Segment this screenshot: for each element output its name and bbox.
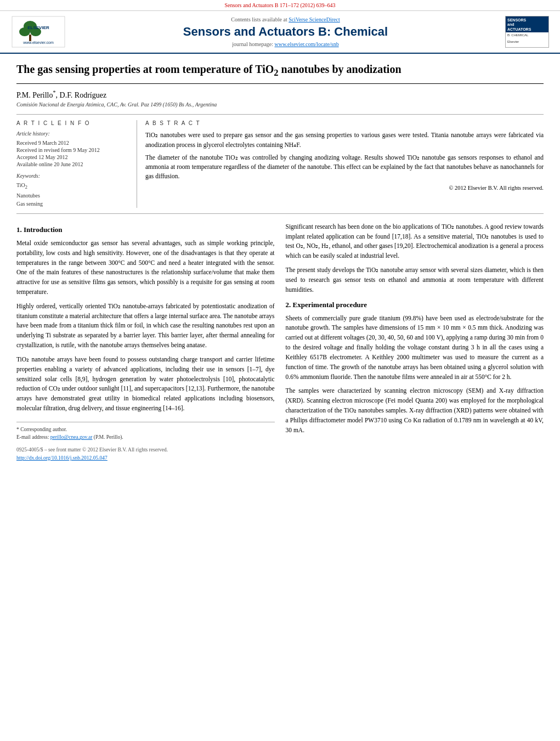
footer-notes: * Corresponding author. E-mail address: … <box>16 422 275 462</box>
abstract-para2: The diameter of the nanotube TiO₂ was co… <box>145 153 544 182</box>
body-exp-p1: Sheets of commercially pure grade titani… <box>286 314 544 382</box>
abstract-column: A B S T R A C T TiO₂ nanotubes were used… <box>145 120 544 207</box>
body-exp-p2: The samples were characterized by scanni… <box>286 386 544 435</box>
doi-link[interactable]: http://dx.doi.org/10.1016/j.snb.2012.05.… <box>16 455 108 461</box>
keywords-label: Keywords: <box>16 173 130 179</box>
article-title: The gas sensing properties at room tempe… <box>16 62 544 84</box>
accepted-date: Accepted 12 May 2012 <box>16 154 130 160</box>
journal-citation: Sensors and Actuators B 171–172 (2012) 6… <box>224 2 335 8</box>
abstract-header: A B S T R A C T <box>145 120 544 126</box>
elsevier-logo-container: ELSEVIER www.elsevier.com <box>5 15 71 48</box>
article-info-column: A R T I C L E I N F O Article history: R… <box>16 120 137 207</box>
keywords-list: TiO2 Nanotubes Gas sensing <box>16 181 130 207</box>
journal-url[interactable]: www.elsevier.com/locate/snb <box>275 41 339 47</box>
abstract-para1: TiO₂ nanotubes were used to prepare gas … <box>145 131 544 150</box>
body-intro-p2: Highly ordered, vertically oriented TiO₂… <box>16 302 275 350</box>
section1-title: 1. Introduction <box>16 224 275 235</box>
authors: P.M. Perillo*, D.F. Rodríguez <box>16 89 544 100</box>
email-note: E-mail address: perillo@cnea.gov.ar (P.M… <box>16 433 275 442</box>
received-revised-date: Received in revised form 9 May 2012 <box>16 147 130 153</box>
journal-top-bar: Sensors and Actuators B 171–172 (2012) 6… <box>0 0 560 11</box>
body-intro-col2-p1: Significant research has been done on th… <box>286 222 544 261</box>
journal-header-center: Contents lists available at SciVerse Sci… <box>71 15 500 48</box>
abstract-text: TiO₂ nanotubes were used to prepare gas … <box>145 131 544 181</box>
article-meta-section: A R T I C L E I N F O Article history: R… <box>16 114 544 213</box>
body-intro-col2-p2: The present study develops the TiO₂ nano… <box>286 265 544 295</box>
body-left-col: 1. Introduction Metal oxide semiconducto… <box>16 222 275 462</box>
body-right-col: Significant research has been done on th… <box>286 222 544 462</box>
sciverse-link[interactable]: SciVerse ScienceDirect <box>289 16 340 22</box>
journal-title: Sensors and Actuators B: Chemical <box>183 25 388 39</box>
corresponding-author-note: * Corresponding author. <box>16 426 275 434</box>
abstract-copyright: © 2012 Elsevier B.V. All rights reserved… <box>145 185 544 191</box>
author-email[interactable]: perillo@cnea.gov.ar <box>50 434 93 440</box>
footer-doi: http://dx.doi.org/10.1016/j.snb.2012.05.… <box>16 454 275 462</box>
footer-copyright: 0925-4005/$ – see front matter © 2012 El… <box>16 446 275 454</box>
journal-homepage: journal homepage: www.elsevier.com/locat… <box>232 41 338 47</box>
available-online-date: Available online 20 June 2012 <box>16 161 130 167</box>
article-content: The gas sensing properties at room tempe… <box>0 54 560 471</box>
section2-title: 2. Experimental procedure <box>286 299 544 310</box>
received-date: Received 9 March 2012 <box>16 140 130 146</box>
body-intro-p3: TiO₂ nanotube arrays have been found to … <box>16 355 275 414</box>
article-history-label: Article history: <box>16 131 130 137</box>
article-info-header: A R T I C L E I N F O <box>16 120 130 126</box>
svg-text:ELSEVIER: ELSEVIER <box>27 25 49 30</box>
journal-header: ELSEVIER www.elsevier.com Contents lists… <box>0 11 560 54</box>
body-content: 1. Introduction Metal oxide semiconducto… <box>16 222 544 462</box>
elsevier-logo-icon: ELSEVIER www.elsevier.com <box>11 15 66 48</box>
svg-text:www.elsevier.com: www.elsevier.com <box>22 41 54 44</box>
sciverse-text: Contents lists available at SciVerse Sci… <box>231 16 340 22</box>
body-intro-p1: Metal oxide semiconductor gas sensor has… <box>16 239 275 297</box>
sensors-badge-container: SENSORSandACTUATORS B: CHEMICALElsevier <box>500 15 555 48</box>
sensors-badge-icon: SENSORSandACTUATORS B: CHEMICALElsevier <box>505 16 549 48</box>
affiliation: Comisión Nacional de Energía Atómica, CA… <box>16 101 544 108</box>
